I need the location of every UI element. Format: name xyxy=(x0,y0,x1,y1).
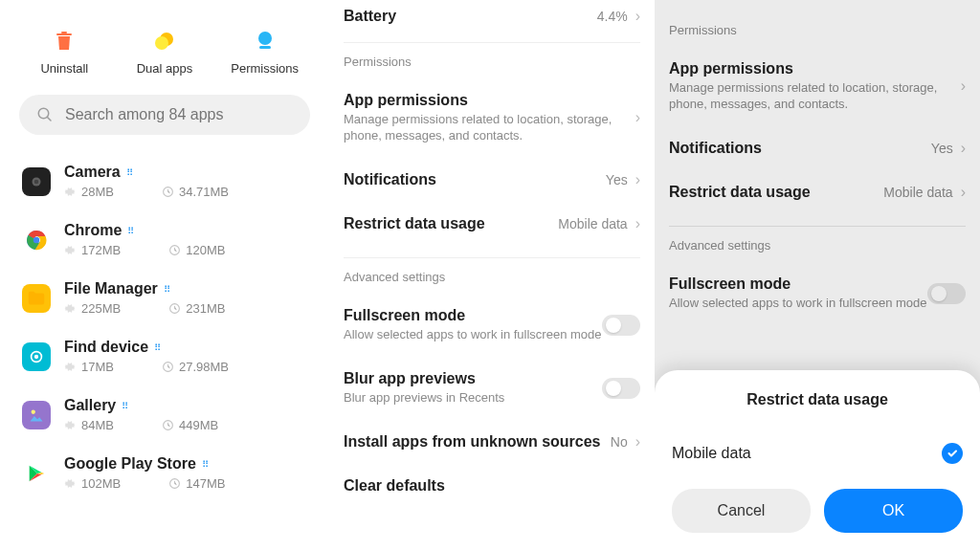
app-storage-size: 17MB xyxy=(64,360,114,374)
app-data-size: 231MB xyxy=(168,301,225,316)
restrict-data-row[interactable]: Restrict data usage Mobile data › xyxy=(344,202,640,257)
app-icon xyxy=(22,459,51,488)
setting-title: Blur app previews xyxy=(344,370,602,387)
app-storage-size: 28MB xyxy=(64,185,114,199)
apps-list-pane: Uninstall Dual apps Permissions xyxy=(0,0,329,550)
loading-dots-icon: ⠿ xyxy=(202,459,208,470)
svg-rect-1 xyxy=(61,32,67,33)
app-name: File Manager xyxy=(64,280,158,297)
setting-value: No xyxy=(611,434,628,450)
app-storage-size: 84MB xyxy=(64,418,114,432)
dual-apps-action[interactable]: Dual apps xyxy=(122,29,208,76)
trash-icon xyxy=(52,29,77,54)
app-data-size: 34.71MB xyxy=(162,185,229,199)
app-data-size: 120MB xyxy=(168,243,225,257)
battery-title: Battery xyxy=(344,8,597,25)
action-label: Uninstall xyxy=(40,61,88,76)
app-row[interactable]: Google Play Store ⠿ 102MB 147MB xyxy=(14,444,315,502)
clear-defaults-row[interactable]: Clear defaults xyxy=(344,464,640,508)
permissions-header: Permissions xyxy=(344,43,640,78)
action-label: Dual apps xyxy=(137,61,193,76)
loading-dots-icon: ⠿ xyxy=(127,226,133,236)
dual-apps-icon xyxy=(152,29,177,54)
app-name: Chrome xyxy=(64,222,122,239)
app-storage-size: 102MB xyxy=(64,476,121,491)
loading-dots-icon: ⠿ xyxy=(126,167,132,178)
chevron-right-icon: › xyxy=(635,433,640,451)
dialog-pane: Permissions App permissions Manage permi… xyxy=(655,0,980,550)
loading-dots-icon: ⠿ xyxy=(122,401,127,411)
uninstall-action[interactable]: Uninstall xyxy=(21,29,107,76)
setting-title: App permissions xyxy=(344,92,635,109)
chevron-right-icon: › xyxy=(635,8,640,25)
app-row[interactable]: Chrome ⠿ 172MB 120MB xyxy=(14,210,315,269)
install-unknown-row[interactable]: Install apps from unknown sources No › xyxy=(344,420,640,464)
app-data-size: 449MB xyxy=(162,418,218,432)
permissions-action[interactable]: Permissions xyxy=(222,29,308,76)
setting-desc: Manage permissions related to location, … xyxy=(344,112,635,144)
app-settings-pane: Battery 4.4% › Permissions App permissio… xyxy=(329,0,655,550)
setting-title: Install apps from unknown sources xyxy=(344,433,611,451)
permissions-icon xyxy=(253,29,278,54)
advanced-header: Advanced settings xyxy=(344,258,640,294)
mobile-data-option[interactable]: Mobile data xyxy=(672,433,963,489)
app-icon xyxy=(22,167,51,196)
ok-button[interactable]: OK xyxy=(824,489,963,533)
restrict-data-dialog: Restrict data usage Mobile data Cancel O… xyxy=(655,370,980,550)
app-icon xyxy=(22,284,51,313)
app-name: Google Play Store xyxy=(64,455,196,473)
app-row[interactable]: Find device ⠿ 17MB 27.98MB xyxy=(14,327,315,385)
option-label: Mobile data xyxy=(672,445,942,462)
app-icon xyxy=(22,342,51,371)
setting-value: Mobile data xyxy=(558,216,627,231)
action-label: Permissions xyxy=(231,61,299,76)
notifications-row[interactable]: Notifications Yes › xyxy=(344,158,640,202)
svg-point-9 xyxy=(34,179,39,184)
setting-value: Yes xyxy=(606,172,628,187)
svg-line-7 xyxy=(47,117,51,121)
app-icon xyxy=(22,401,51,429)
battery-row[interactable]: Battery 4.4% › xyxy=(344,0,640,42)
setting-title: Restrict data usage xyxy=(344,215,558,232)
fullscreen-toggle[interactable] xyxy=(602,315,640,336)
app-data-size: 147MB xyxy=(168,476,225,491)
svg-point-21 xyxy=(32,409,35,413)
app-row[interactable]: Camera ⠿ 28MB 34.71MB xyxy=(14,152,315,210)
svg-rect-0 xyxy=(56,33,72,35)
svg-rect-20 xyxy=(26,405,47,426)
loading-dots-icon: ⠿ xyxy=(164,284,169,295)
svg-point-18 xyxy=(34,354,38,358)
check-icon xyxy=(942,443,963,464)
svg-point-4 xyxy=(258,32,272,45)
app-icon xyxy=(22,226,51,254)
app-row[interactable]: File Manager ⠿ 225MB 231MB xyxy=(14,269,315,327)
svg-point-13 xyxy=(33,236,39,242)
search-icon xyxy=(36,106,54,123)
app-name: Gallery xyxy=(64,397,116,414)
battery-value: 4.4% xyxy=(597,9,628,24)
blur-previews-row[interactable]: Blur app previews Blur app previews in R… xyxy=(344,357,640,420)
search-bar[interactable] xyxy=(19,95,310,135)
fullscreen-mode-row[interactable]: Fullscreen mode Allow selected apps to w… xyxy=(344,294,640,357)
setting-title: Fullscreen mode xyxy=(344,307,602,324)
app-storage-size: 172MB xyxy=(64,243,121,257)
app-name: Find device xyxy=(64,339,148,356)
svg-point-3 xyxy=(155,36,168,50)
setting-title: Clear defaults xyxy=(344,477,640,495)
loading-dots-icon: ⠿ xyxy=(154,342,160,353)
chevron-right-icon: › xyxy=(635,109,640,126)
setting-title: Notifications xyxy=(344,171,606,188)
setting-desc: Blur app previews in Recents xyxy=(344,390,602,407)
app-name: Camera xyxy=(64,164,121,181)
dialog-title: Restrict data usage xyxy=(672,391,963,408)
svg-rect-5 xyxy=(259,46,271,49)
app-permissions-row[interactable]: App permissions Manage permissions relat… xyxy=(344,78,640,158)
blur-toggle[interactable] xyxy=(602,378,640,399)
cancel-button[interactable]: Cancel xyxy=(672,489,811,533)
chevron-right-icon: › xyxy=(635,171,640,188)
search-input[interactable] xyxy=(65,106,293,123)
chevron-right-icon: › xyxy=(635,215,640,232)
app-row[interactable]: Gallery ⠿ 84MB 449MB xyxy=(14,385,315,444)
app-data-size: 27.98MB xyxy=(162,360,229,374)
app-storage-size: 225MB xyxy=(64,301,121,316)
